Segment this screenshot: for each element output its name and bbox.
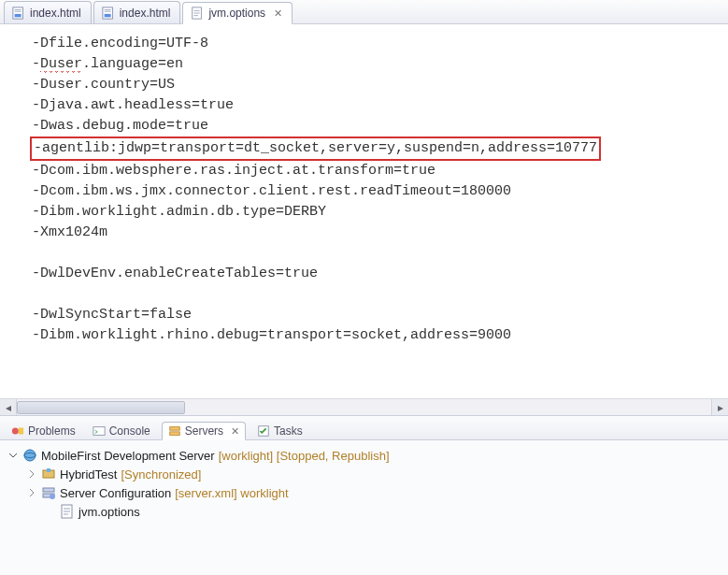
- tab-label: index.html: [120, 7, 171, 20]
- tab-label: index.html: [30, 7, 81, 20]
- server-root-node[interactable]: MobileFirst Development Server [workligh…: [4, 446, 724, 465]
- editor-line: -Dibm.worklight.rhino.debug=transport=so…: [32, 325, 721, 346]
- editor-line: -agentlib:jdwp=transport=dt_socket,serve…: [32, 137, 721, 161]
- svg-rect-3: [104, 13, 110, 17]
- txt-icon: [60, 504, 75, 519]
- editor-line: -Dcom.ibm.websphere.ras.inject.at.transf…: [32, 161, 721, 181]
- scroll-left-arrow[interactable]: ◂: [0, 399, 17, 416]
- svg-point-5: [12, 428, 19, 435]
- view-tab-label: Tasks: [274, 424, 303, 438]
- servers-tree[interactable]: MobileFirst Development Server [workligh…: [0, 440, 728, 575]
- node-label: HybridTest: [60, 467, 117, 482]
- tree-spacer: [45, 506, 56, 517]
- view-tab-bar: ProblemsConsoleServers✕Tasks: [0, 416, 728, 440]
- editor-line: -Dwas.debug.mode=true: [32, 116, 721, 137]
- scroll-track[interactable]: [17, 399, 711, 415]
- horizontal-scrollbar[interactable]: ◂ ▸: [0, 398, 728, 415]
- editor-tab-bar: index.htmlindex.htmljvm.options✕: [0, 0, 728, 24]
- view-tab-problems[interactable]: Problems: [6, 423, 81, 439]
- file-icon: [191, 7, 204, 20]
- servers-icon: [168, 424, 181, 438]
- svg-rect-1: [15, 13, 21, 17]
- module-icon: [41, 467, 56, 482]
- editor-line: -Dfile.encoding=UTF-8: [32, 34, 721, 54]
- editor-area: -Dfile.encoding=UTF-8-Duser.language=en-…: [0, 24, 728, 416]
- editor-tab-0[interactable]: index.html: [4, 1, 92, 23]
- svg-rect-7: [93, 427, 105, 436]
- scroll-thumb[interactable]: [17, 401, 185, 414]
- editor-line: -DwlDevEnv.enableCreateTables=true: [32, 264, 721, 284]
- tree-node-1[interactable]: Server Configuration [server.xml] workli…: [4, 483, 724, 502]
- svg-rect-6: [19, 428, 23, 435]
- view-tab-servers[interactable]: Servers✕: [162, 422, 246, 440]
- config-icon: [41, 485, 56, 500]
- editor-line: -Dcom.ibm.ws.jmx.connector.client.rest.r…: [32, 181, 721, 202]
- tree-expander-icon[interactable]: [7, 450, 19, 461]
- svg-point-11: [24, 450, 36, 461]
- close-icon[interactable]: ✕: [274, 7, 282, 20]
- editor-line: -Djava.awt.headless=true: [32, 95, 721, 116]
- node-label: jvm.options: [79, 505, 140, 519]
- editor-line: [32, 243, 721, 264]
- svg-rect-15: [43, 488, 54, 492]
- view-tab-label: Console: [109, 424, 150, 438]
- svg-rect-9: [169, 432, 179, 436]
- text-editor[interactable]: -Dfile.encoding=UTF-8-Duser.language=en-…: [0, 24, 728, 353]
- server-icon: [22, 448, 37, 463]
- editor-line: -Duser.country=US: [32, 75, 721, 95]
- editor-line: -Dibm.worklight.admin.db.type=DERBY: [32, 202, 721, 223]
- problems-icon: [11, 424, 24, 438]
- console-icon: [93, 424, 106, 438]
- svg-rect-8: [169, 427, 179, 431]
- node-decoration: [worklight] [Stopped, Republish]: [219, 449, 390, 463]
- file-icon: [102, 7, 115, 20]
- view-tab-label: Problems: [28, 424, 76, 438]
- editor-tab-1[interactable]: index.html: [93, 1, 181, 23]
- node-label: MobileFirst Development Server: [41, 449, 215, 463]
- tree-node-2[interactable]: jvm.options: [4, 502, 724, 521]
- view-tab-console[interactable]: Console: [87, 423, 156, 439]
- tab-label: jvm.options: [208, 7, 265, 20]
- node-decoration: [Synchronized]: [121, 467, 201, 482]
- file-icon: [12, 7, 25, 20]
- tree-node-0[interactable]: HybridTest [Synchronized]: [4, 465, 724, 483]
- editor-line: -Xmx1024m: [32, 223, 721, 243]
- view-tab-tasks[interactable]: Tasks: [251, 423, 308, 439]
- close-icon[interactable]: ✕: [231, 425, 239, 438]
- svg-point-17: [50, 494, 55, 499]
- editor-line: [32, 284, 721, 305]
- tree-expander-icon[interactable]: [26, 487, 37, 498]
- editor-line: -Duser.language=en: [32, 54, 721, 75]
- svg-rect-14: [47, 468, 50, 472]
- node-decoration: [server.xml] worklight: [175, 486, 288, 500]
- views-panel: ProblemsConsoleServers✕Tasks MobileFirst…: [0, 416, 728, 575]
- scroll-right-arrow[interactable]: ▸: [711, 399, 728, 416]
- view-tab-label: Servers: [185, 424, 223, 438]
- tasks-icon: [257, 424, 270, 438]
- editor-tab-2[interactable]: jvm.options✕: [182, 2, 293, 24]
- editor-line: -DwlSyncStart=false: [32, 305, 721, 325]
- tree-expander-icon[interactable]: [26, 468, 37, 480]
- node-label: Server Configuration: [60, 486, 171, 500]
